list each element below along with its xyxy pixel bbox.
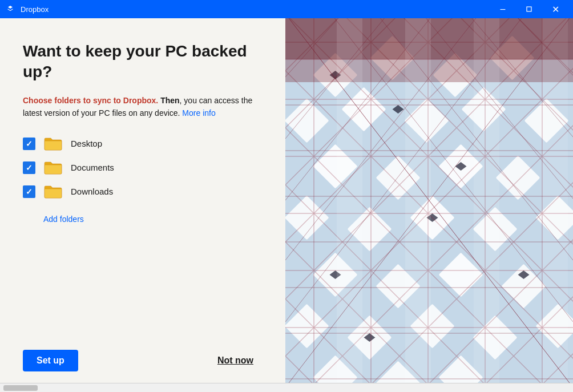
- downloads-check-icon: ✓: [26, 188, 33, 196]
- folder-item-desktop: ✓ Desktop: [23, 136, 263, 152]
- documents-folder-icon: [43, 160, 63, 176]
- right-panel: [285, 18, 573, 383]
- desktop-check-icon: ✓: [26, 140, 33, 148]
- maximize-button[interactable]: [516, 0, 542, 18]
- bottom-bar: Set up Not now: [23, 338, 263, 371]
- folder-list: ✓ Desktop ✓ Documents: [23, 136, 263, 200]
- documents-folder-label: Documents: [71, 163, 114, 172]
- downloads-folder-label: Downloads: [71, 187, 113, 196]
- title-bar: Dropbox – ✕: [0, 0, 573, 18]
- folder-item-downloads: ✓ Downloads: [23, 184, 263, 200]
- description-then: Then: [160, 96, 179, 105]
- desktop-checkbox[interactable]: ✓: [23, 138, 35, 150]
- description-choose: Choose folders to sync to Dropbox.: [23, 96, 158, 105]
- maximize-icon: [526, 6, 532, 12]
- left-panel: Want to keep your PC backed up? Choose f…: [0, 18, 285, 383]
- description: Choose folders to sync to Dropbox. Then,…: [23, 94, 263, 120]
- not-now-button[interactable]: Not now: [208, 350, 263, 371]
- desktop-folder-label: Desktop: [71, 139, 102, 148]
- main-content: Want to keep your PC backed up? Choose f…: [0, 18, 573, 383]
- svg-rect-55: [542, 18, 568, 383]
- folder-item-documents: ✓ Documents: [23, 160, 263, 176]
- documents-checkbox[interactable]: ✓: [23, 161, 35, 174]
- minimize-button[interactable]: –: [490, 0, 516, 18]
- scrollbar-track: [0, 383, 573, 392]
- svg-rect-1: [527, 7, 531, 11]
- close-button[interactable]: ✕: [542, 0, 568, 18]
- app-title: Dropbox: [21, 5, 490, 14]
- add-folders-link[interactable]: Add folders: [43, 215, 263, 224]
- setup-button[interactable]: Set up: [23, 350, 78, 371]
- svg-rect-52: [337, 18, 362, 383]
- downloads-checkbox[interactable]: ✓: [23, 185, 35, 198]
- decorative-pattern: [285, 18, 573, 383]
- dropbox-logo-icon: [5, 3, 16, 15]
- downloads-folder-icon: [43, 184, 63, 200]
- svg-rect-0: [5, 3, 16, 15]
- window-controls: – ✕: [490, 0, 568, 18]
- more-info-link[interactable]: More info: [182, 108, 215, 118]
- desktop-folder-icon: [43, 136, 63, 152]
- documents-check-icon: ✓: [26, 164, 33, 172]
- svg-rect-53: [405, 18, 431, 383]
- headline: Want to keep your PC backed up?: [23, 41, 263, 83]
- scrollbar-thumb[interactable]: [3, 385, 38, 391]
